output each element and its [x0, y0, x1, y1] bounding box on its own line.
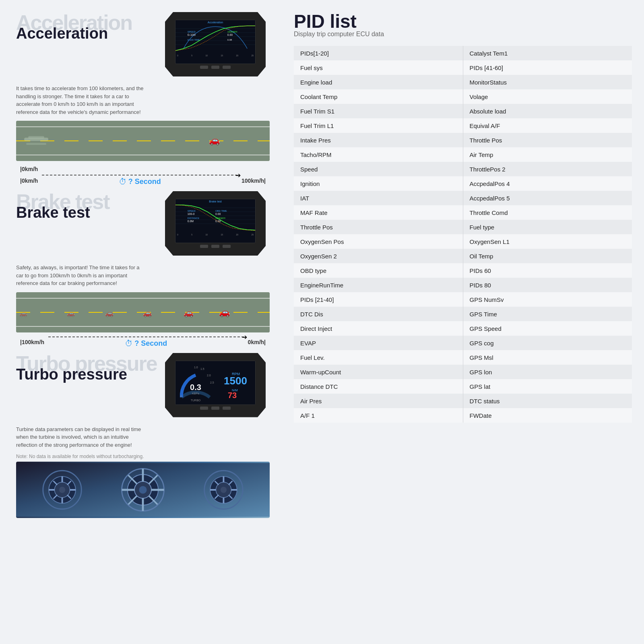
- brake-section: Brake test Brake test Brake test: [16, 191, 270, 349]
- pid-col2: DTC status: [463, 394, 632, 408]
- svg-text:TURBO: TURBO: [191, 399, 201, 402]
- table-row: IATAccpedalPos 5: [294, 191, 632, 205]
- pid-col1: Coolant Temp: [294, 89, 463, 104]
- svg-text:🚗: 🚗: [19, 310, 27, 317]
- acceleration-desc: It takes time to accelerate from 100 kil…: [16, 85, 145, 116]
- table-row: SpeedThrottlePos 2: [294, 162, 632, 176]
- table-row: Air PresDTC status: [294, 394, 632, 408]
- svg-point-61: [59, 487, 65, 493]
- pid-col2: MonitorStatus: [463, 75, 632, 89]
- table-row: EVAPGPS cog: [294, 336, 632, 350]
- svg-point-85: [221, 487, 227, 493]
- pid-col2: GPS lon: [463, 365, 632, 379]
- svg-text:1.0: 1.0: [194, 366, 198, 369]
- pid-col1: Throttle Pos: [294, 220, 463, 234]
- pid-col1: DTC Dis: [294, 307, 463, 321]
- pid-col1: OxygenSen 2: [294, 249, 463, 263]
- svg-text:0.3: 0.3: [190, 383, 201, 392]
- brake-desc: Safety, as always, is important! The tim…: [16, 264, 145, 287]
- svg-text:🚗: 🚗: [184, 308, 194, 318]
- svg-text:100-0: 100-0: [188, 213, 195, 215]
- pid-col2: PIDs [41-60]: [463, 60, 632, 75]
- turbo-note: Note: No data is available for models wi…: [16, 454, 270, 459]
- pid-col1: Fuel Trim L1: [294, 118, 463, 133]
- pid-col1: Fuel Trim S1: [294, 104, 463, 118]
- pid-col1: IAT: [294, 191, 463, 205]
- pid-col1: PIDs[1-20]: [294, 46, 463, 60]
- pid-col2: AccpedalPos 4: [463, 176, 632, 191]
- svg-text:2.0: 2.0: [207, 374, 211, 377]
- right-panel: PID list Display trip computer ECU data …: [282, 0, 644, 644]
- pid-col2: PIDs 60: [463, 263, 632, 278]
- svg-text:🚗: 🚗: [219, 307, 230, 318]
- svg-text:0.00: 0.00: [215, 213, 221, 215]
- turbo-engine-image: [16, 462, 270, 518]
- pid-col2: Throttle Comd: [463, 205, 632, 220]
- table-row: Throttle PosFuel type: [294, 220, 632, 234]
- pid-col1: Intake Pres: [294, 133, 463, 147]
- brake-end-label: 0km/h|: [248, 339, 266, 345]
- acceleration-title: Acceleration: [16, 26, 161, 41]
- pid-col2: GPS Msl: [463, 350, 632, 365]
- svg-text:73: 73: [228, 391, 237, 400]
- pid-col1: MAF Rate: [294, 205, 463, 220]
- pid-col1: EngineRunTime: [294, 278, 463, 292]
- pid-col1: EVAP: [294, 336, 463, 350]
- svg-text:1.5: 1.5: [200, 367, 204, 370]
- table-row: A/F 1FWDate: [294, 408, 632, 423]
- pid-col1: Speed: [294, 162, 463, 176]
- pid-col1: Fuel sys: [294, 60, 463, 75]
- pid-col2: Volage: [463, 89, 632, 104]
- brake-title: Brake test: [16, 205, 161, 220]
- svg-text:🚗: 🚗: [209, 135, 220, 146]
- svg-text:🚗: 🚗: [67, 310, 75, 317]
- table-row: PIDs[1-20]Catalyst Tem1: [294, 46, 632, 60]
- pid-col1: OBD type: [294, 263, 463, 278]
- pid-col2: PIDs 80: [463, 278, 632, 292]
- brake-road: 🚗 🚗 🚗 🚗 🚗 🚗: [16, 292, 270, 332]
- pid-title: PID list: [294, 12, 632, 31]
- pid-col2: Equival A/F: [463, 118, 632, 133]
- pid-col1: A/F 1: [294, 408, 463, 423]
- svg-text:0.0M: 0.0M: [188, 220, 194, 223]
- pid-col1: Air Pres: [294, 394, 463, 408]
- pid-col2: Catalyst Tem1: [463, 46, 632, 60]
- pid-col2: Throttle Pos: [463, 133, 632, 147]
- table-row: Engine loadMonitorStatus: [294, 75, 632, 89]
- turbo-desc: Turbine data parameters can be displayed…: [16, 425, 145, 449]
- pid-col2: FWDate: [463, 408, 632, 423]
- svg-text:🚗: 🚗: [143, 309, 152, 318]
- svg-text:🚗: 🚗: [105, 309, 114, 318]
- table-row: Intake PresThrottle Pos: [294, 133, 632, 147]
- svg-text:0: 0: [180, 395, 182, 398]
- left-panel: Acceleration Acceleration Acceleration: [0, 0, 282, 644]
- pid-col2: Absolute load: [463, 104, 632, 118]
- pid-col1: Direct Inject: [294, 321, 463, 336]
- acceleration-speed-indicator: |0km/h: [16, 164, 270, 174]
- accel-end-label: 100km/h|: [242, 178, 266, 184]
- pid-col1: Distance DTC: [294, 379, 463, 394]
- pid-col2: GPS lat: [463, 379, 632, 394]
- accel-start-speed: |0km/h: [20, 166, 38, 172]
- table-row: OxygenSen 2Oil Temp: [294, 249, 632, 263]
- table-row: IgnitionAccpedalPos 4: [294, 176, 632, 191]
- accel-screen-title: Acceleration: [175, 20, 255, 25]
- svg-rect-18: [26, 143, 46, 145]
- pid-col1: Warm-upCount: [294, 365, 463, 379]
- pid-col1: Tacho/RPM: [294, 147, 463, 162]
- acceleration-road: 🚗: [16, 121, 270, 161]
- pid-subtitle: Display trip computer ECU data: [294, 31, 632, 38]
- brake-screen-title: Brake test: [175, 199, 255, 204]
- brake-device: Brake test SPEED 100-0 DISTANCE 0.0M: [165, 191, 270, 260]
- turbo-section: Turbo pressure Turbo pressure 0 1.0: [16, 353, 270, 518]
- pid-col2: Fuel type: [463, 220, 632, 234]
- pid-table: PIDs[1-20]Catalyst Tem1Fuel sysPIDs [41-…: [294, 46, 632, 423]
- acceleration-device: Acceleration SPEED: [165, 12, 270, 80]
- pid-col2: GPS cog: [463, 336, 632, 350]
- table-row: Warm-upCountGPS lon: [294, 365, 632, 379]
- table-row: OxygenSen PosOxygenSen L1: [294, 234, 632, 249]
- pid-col1: PIDs [21-40]: [294, 292, 463, 307]
- table-row: Fuel sysPIDs [41-60]: [294, 60, 632, 75]
- svg-text:0-100 TIME: 0-100 TIME: [188, 39, 200, 41]
- table-row: EngineRunTimePIDs 80: [294, 278, 632, 292]
